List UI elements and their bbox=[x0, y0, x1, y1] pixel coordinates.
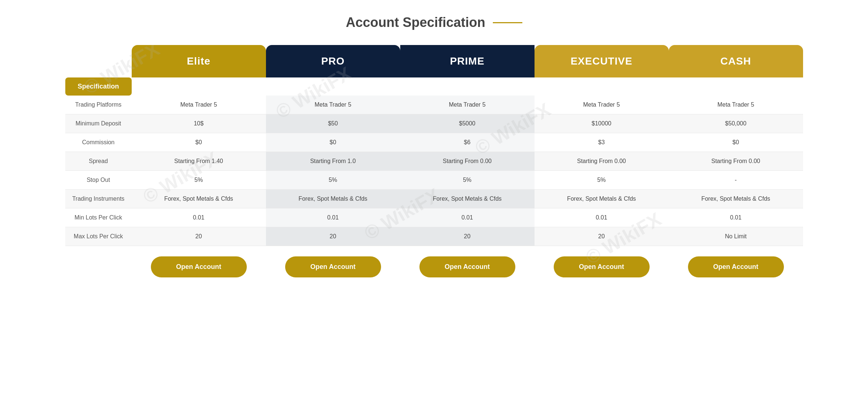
page-title: Account Specification bbox=[346, 15, 485, 30]
prime-open-account-button[interactable]: Open Account bbox=[419, 256, 515, 277]
account-spec-table: Elite PRO PRIME EXECUTIVE bbox=[65, 45, 803, 288]
row-label-commission: Commission bbox=[65, 133, 132, 152]
elite-min-deposit: 10$ bbox=[132, 114, 266, 133]
cash-open-account-button[interactable]: Open Account bbox=[688, 256, 784, 277]
pro-header: PRO bbox=[266, 45, 400, 77]
prime-min-deposit: $5000 bbox=[400, 114, 535, 133]
elite-spread: Starting From 1.40 bbox=[132, 152, 266, 171]
row-label-max-lots: Max Lots Per Click bbox=[65, 227, 132, 246]
cash-label: CASH bbox=[720, 55, 751, 67]
cash-trading-instruments: Forex, Spot Metals & Cfds bbox=[669, 190, 803, 208]
table-row: Trading Platforms Meta Trader 5 Meta Tra… bbox=[65, 96, 803, 114]
elite-open-account-button[interactable]: Open Account bbox=[151, 256, 247, 277]
executive-open-account-button[interactable]: Open Account bbox=[554, 256, 650, 277]
prime-min-lots: 0.01 bbox=[400, 208, 535, 227]
elite-commission: $0 bbox=[132, 133, 266, 152]
prime-spec-label-filler bbox=[400, 77, 535, 96]
pro-label: PRO bbox=[321, 55, 345, 67]
executive-spec-label-filler bbox=[535, 77, 669, 96]
cash-spread: Starting From 0.00 bbox=[669, 152, 803, 171]
pro-spec-label-filler bbox=[266, 77, 400, 96]
elite-label: Elite bbox=[187, 55, 210, 67]
elite-trading-platforms: Meta Trader 5 bbox=[132, 96, 266, 114]
cash-commission: $0 bbox=[669, 133, 803, 152]
cash-stop-out: - bbox=[669, 171, 803, 190]
table-row: Min Lots Per Click 0.01 0.01 0.01 0.01 0… bbox=[65, 208, 803, 227]
pro-spread: Starting From 1.0 bbox=[266, 152, 400, 171]
elite-header: Elite bbox=[132, 45, 266, 77]
prime-trading-platforms: Meta Trader 5 bbox=[400, 96, 535, 114]
executive-commission: $3 bbox=[535, 133, 669, 152]
cash-header: CASH bbox=[669, 45, 803, 77]
prime-spread: Starting From 0.00 bbox=[400, 152, 535, 171]
executive-trading-platforms: Meta Trader 5 bbox=[535, 96, 669, 114]
elite-stop-out: 5% bbox=[132, 171, 266, 190]
row-label-spread: Spread bbox=[65, 152, 132, 171]
pro-min-deposit: $50 bbox=[266, 114, 400, 133]
col-cash-header: CASH bbox=[669, 45, 803, 77]
executive-stop-out: 5% bbox=[535, 171, 669, 190]
executive-spread: Starting From 0.00 bbox=[535, 152, 669, 171]
column-header-row: Elite PRO PRIME EXECUTIVE bbox=[65, 45, 803, 77]
prime-btn-cell: Open Account bbox=[400, 246, 535, 288]
executive-min-lots: 0.01 bbox=[535, 208, 669, 227]
table-row: Max Lots Per Click 20 20 20 20 No Limit bbox=[65, 227, 803, 246]
prime-label: PRIME bbox=[450, 55, 485, 67]
table-row: Commission $0 $0 $6 $3 $0 bbox=[65, 133, 803, 152]
table-row: Spread Starting From 1.40 Starting From … bbox=[65, 152, 803, 171]
executive-btn-cell: Open Account bbox=[535, 246, 669, 288]
table-row: Trading Instruments Forex, Spot Metals &… bbox=[65, 190, 803, 208]
row-label-trading-platforms: Trading Platforms bbox=[65, 96, 132, 114]
button-row: Open Account Open Account Open Account O… bbox=[65, 246, 803, 288]
cash-trading-platforms: Meta Trader 5 bbox=[669, 96, 803, 114]
pro-trading-platforms: Meta Trader 5 bbox=[266, 96, 400, 114]
executive-min-deposit: $10000 bbox=[535, 114, 669, 133]
prime-stop-out: 5% bbox=[400, 171, 535, 190]
table-wrapper: © WikiFX © WikiFX © WikiFX © WikiFX © Wi… bbox=[65, 45, 803, 288]
row-label-min-deposit: Minimum Deposit bbox=[65, 114, 132, 133]
row-label-stop-out: Stop Out bbox=[65, 171, 132, 190]
pro-trading-instruments: Forex, Spot Metals & Cfds bbox=[266, 190, 400, 208]
col-executive-header: EXECUTIVE bbox=[535, 45, 669, 77]
executive-trading-instruments: Forex, Spot Metals & Cfds bbox=[535, 190, 669, 208]
cash-max-lots: No Limit bbox=[669, 227, 803, 246]
col-pro-header: PRO bbox=[266, 45, 400, 77]
row-label-trading-instruments: Trading Instruments bbox=[65, 190, 132, 208]
col-prime-header: PRIME bbox=[400, 45, 535, 77]
pro-commission: $0 bbox=[266, 133, 400, 152]
elite-spec-label-filler bbox=[132, 77, 266, 96]
col-elite-header: Elite bbox=[132, 45, 266, 77]
prime-header: PRIME bbox=[400, 45, 535, 77]
executive-label: EXECUTIVE bbox=[571, 55, 633, 67]
title-decoration bbox=[493, 22, 522, 23]
elite-min-lots: 0.01 bbox=[132, 208, 266, 227]
pro-max-lots: 20 bbox=[266, 227, 400, 246]
pro-open-account-button[interactable]: Open Account bbox=[285, 256, 381, 277]
table-row: Stop Out 5% 5% 5% 5% - bbox=[65, 171, 803, 190]
cash-btn-cell: Open Account bbox=[669, 246, 803, 288]
page-header: Account Specification bbox=[7, 15, 861, 30]
spec-label-row: Specification bbox=[65, 77, 803, 96]
spec-label-cell: Specification bbox=[65, 77, 132, 96]
btn-row-empty bbox=[65, 246, 132, 288]
elite-max-lots: 20 bbox=[132, 227, 266, 246]
prime-trading-instruments: Forex, Spot Metals & Cfds bbox=[400, 190, 535, 208]
executive-header: EXECUTIVE bbox=[535, 45, 669, 77]
prime-max-lots: 20 bbox=[400, 227, 535, 246]
row-label-min-lots: Min Lots Per Click bbox=[65, 208, 132, 227]
pro-btn-cell: Open Account bbox=[266, 246, 400, 288]
elite-trading-instruments: Forex, Spot Metals & Cfds bbox=[132, 190, 266, 208]
cash-min-lots: 0.01 bbox=[669, 208, 803, 227]
cash-spec-label-filler bbox=[669, 77, 803, 96]
elite-btn-cell: Open Account bbox=[132, 246, 266, 288]
pro-stop-out: 5% bbox=[266, 171, 400, 190]
executive-max-lots: 20 bbox=[535, 227, 669, 246]
prime-commission: $6 bbox=[400, 133, 535, 152]
cash-min-deposit: $50,000 bbox=[669, 114, 803, 133]
table-row: Minimum Deposit 10$ $50 $5000 $10000 $50… bbox=[65, 114, 803, 133]
empty-header-cell bbox=[65, 45, 132, 77]
pro-min-lots: 0.01 bbox=[266, 208, 400, 227]
